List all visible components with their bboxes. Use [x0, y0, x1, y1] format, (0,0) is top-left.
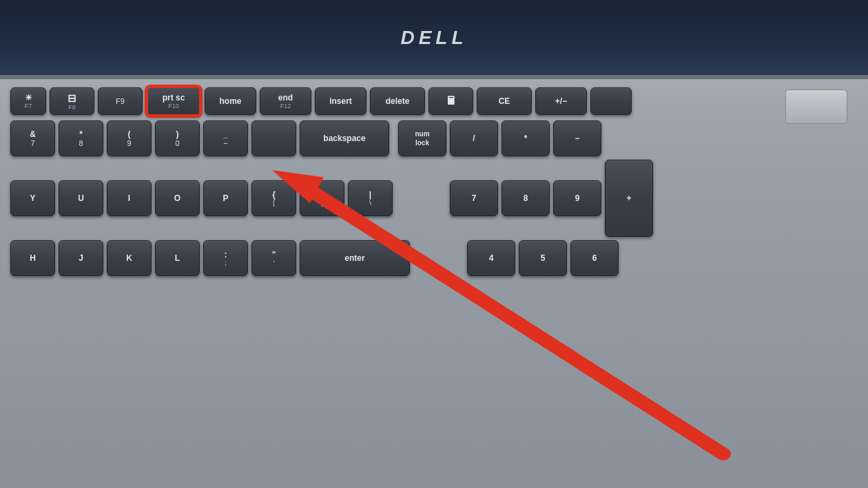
- key-num6[interactable]: 6: [570, 240, 619, 276]
- key-num9[interactable]: 9: [553, 180, 601, 216]
- key-pipe[interactable]: | \: [348, 180, 393, 216]
- key-i[interactable]: I: [107, 180, 152, 216]
- key-backspace[interactable]: backspace: [300, 120, 389, 156]
- key-f8[interactable]: ⊟ F8: [50, 87, 94, 115]
- key-delete[interactable]: delete: [370, 87, 425, 115]
- key-f9[interactable]: F9: [98, 87, 143, 115]
- key-f7[interactable]: ☀ F7: [10, 87, 46, 115]
- key-colon[interactable]: : ;: [203, 240, 248, 276]
- key-end[interactable]: end F12: [260, 87, 311, 115]
- key-numplus[interactable]: +: [605, 160, 653, 237]
- keyboard-area: ☀ F7 ⊟ F8 F9 prt sc F10 home end F12: [0, 79, 868, 488]
- key-y[interactable]: Y: [10, 180, 55, 216]
- key-brace-close[interactable]: } ]: [300, 180, 344, 216]
- key-paren9[interactable]: ( 9: [107, 120, 152, 156]
- key-amp7[interactable]: & 7: [10, 120, 55, 156]
- key-nummul[interactable]: *: [502, 120, 550, 156]
- fn-key-row: ☀ F7 ⊟ F8 F9 prt sc F10 home end F12: [10, 86, 858, 116]
- key-prtsc[interactable]: prt sc F10: [146, 86, 201, 116]
- key-h[interactable]: H: [10, 240, 55, 276]
- key-ce[interactable]: CE: [477, 87, 532, 115]
- key-num4[interactable]: 4: [467, 240, 515, 276]
- number-key-row: & 7 * 8 ( 9 ) 0 _ − backspace: [10, 120, 858, 156]
- key-numdiv[interactable]: /: [450, 120, 498, 156]
- key-num8[interactable]: 8: [502, 180, 550, 216]
- key-paren0[interactable]: ) 0: [155, 120, 200, 156]
- key-num5[interactable]: 5: [519, 240, 567, 276]
- key-l[interactable]: L: [155, 240, 200, 276]
- key-home[interactable]: home: [205, 87, 256, 115]
- key-star8[interactable]: * 8: [59, 120, 103, 156]
- key-plusminus[interactable]: +/−: [535, 87, 587, 115]
- key-numlock[interactable]: numlock: [398, 120, 446, 156]
- screen-area: DELL: [0, 0, 868, 79]
- key-num7[interactable]: 7: [450, 180, 498, 216]
- qwerty-row2: H J K L : ; " ' enter: [10, 240, 858, 276]
- key-insert[interactable]: insert: [315, 87, 366, 115]
- key-extra-fn[interactable]: [590, 87, 632, 115]
- key-quote[interactable]: " ': [251, 240, 296, 276]
- key-k[interactable]: K: [107, 240, 152, 276]
- key-j[interactable]: J: [59, 240, 103, 276]
- key-p[interactable]: P: [203, 180, 248, 216]
- dell-logo: DELL: [400, 27, 467, 49]
- key-o[interactable]: O: [155, 180, 200, 216]
- key-brace-open[interactable]: { [: [251, 180, 296, 216]
- laptop-body: DELL ☀ F7 ⊟ F8 F9 prt sc F10: [0, 0, 868, 488]
- key-underscore[interactable]: _ −: [203, 120, 248, 156]
- key-u[interactable]: U: [59, 180, 103, 216]
- key-calc[interactable]: 🖩: [428, 87, 473, 115]
- key-enter[interactable]: enter: [300, 240, 410, 276]
- qwerty-row1: Y U I O P { [ } ] | \: [10, 160, 858, 237]
- key-numminus[interactable]: −: [553, 120, 601, 156]
- key-equals[interactable]: [251, 120, 296, 156]
